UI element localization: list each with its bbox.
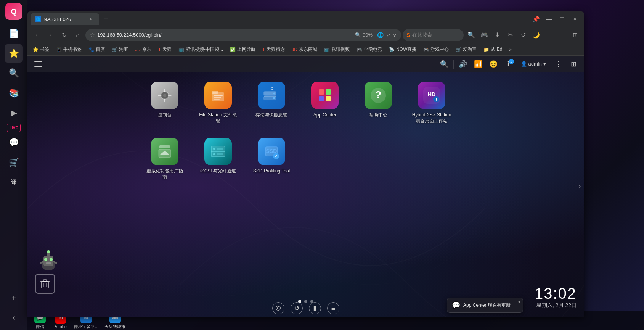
file-station-icon (204, 82, 232, 109)
bookmark-bookmark[interactable]: ⭐ 书签 (30, 45, 52, 53)
bookmark-more[interactable]: » (506, 46, 515, 53)
forward-button[interactable]: › (44, 29, 56, 41)
download-button[interactable]: ⬇ (491, 29, 503, 41)
app-icon-storage-manager[interactable]: IO 存储与快照总管 (249, 79, 294, 127)
nas-search-button[interactable]: 🔍 (438, 58, 450, 70)
cut-group: ✂ ↺ (504, 29, 529, 41)
notification-close-button[interactable]: × (518, 299, 520, 305)
browser-logo-button[interactable]: Q (5, 3, 22, 20)
toolbar-right: 🔍 🎮 ⬇ ✂ ↺ 🌙 + ⋮ ⊞ (465, 29, 581, 41)
bookmark-aitaobao[interactable]: 🛒 爱淘宝 (453, 45, 480, 53)
app-center-label: App Center (313, 112, 337, 118)
app-icon-ssd-profiling[interactable]: SSD ✓ SSD Profiling Tool (249, 135, 294, 183)
reload-button[interactable]: ↻ (58, 29, 70, 41)
nas-info-button[interactable]: ℹ 1 (503, 58, 515, 70)
bookmark-ed[interactable]: 📁 从 Ed (480, 45, 505, 53)
bookmark-game-center[interactable]: 🎮 游戏中心 (420, 45, 452, 53)
cut-button[interactable]: ✂ (504, 29, 516, 41)
nas-layout-button[interactable]: ⊞ (567, 58, 580, 70)
sidebar-collapse-button[interactable]: ‹ (5, 309, 23, 327)
sidebar-live-icon[interactable]: LIVE (7, 124, 21, 132)
trash-button[interactable] (35, 274, 55, 294)
app-icon-file-station[interactable]: File Station 文件总管 (195, 79, 241, 127)
window-settings-button[interactable]: 📌 (530, 13, 542, 25)
svg-text:⬇: ⬇ (435, 97, 438, 101)
bottom-pause-icon[interactable]: ⏸ (309, 302, 321, 314)
bottom-copyright-icon[interactable]: © (272, 302, 284, 314)
bottom-menu-icon[interactable]: ≡ (327, 302, 339, 314)
svg-rect-20 (319, 96, 324, 101)
nas-more-button[interactable]: ⋮ (552, 58, 564, 70)
app-icon-hybriddesk[interactable]: HD ⬇ HybridDesk Station 混合桌面工作站 (409, 79, 454, 127)
bookmark-penguin[interactable]: 🎮 企鹅电竞 (353, 45, 385, 53)
bookmark-taobao[interactable]: 🛒 淘宝 (109, 45, 131, 53)
zoom-in-button[interactable]: + (543, 29, 555, 41)
app-icon-help-center[interactable]: ? 帮助中心 (355, 79, 401, 127)
sidebar-docs-icon[interactable]: 📄 (5, 24, 23, 43)
app-icon-virt-guide[interactable]: 虚拟化功能用户指南 (142, 135, 188, 183)
bookmark-tmall[interactable]: T 天猫 (155, 45, 175, 53)
bookmark-tv[interactable]: 📺 腾讯视频 (321, 45, 353, 53)
bottom-refresh-icon[interactable]: ↺ (291, 302, 303, 314)
topbar-divider (453, 60, 454, 69)
hybriddesk-icon: HD ⬇ (418, 82, 445, 109)
bookmark-jd-mall[interactable]: JD 京东商城 (289, 45, 320, 53)
bookmark-navigation[interactable]: ✅ 上网导航 (227, 45, 259, 53)
app-icon-iscsi[interactable]: iSCSI 与光纤通道 (195, 135, 241, 183)
page-icon: 🌐 (377, 32, 384, 38)
app-icon-app-center[interactable]: App Center (302, 79, 348, 127)
sidebar-add-button[interactable]: + (5, 289, 23, 307)
sidebar-reading-icon[interactable]: 📚 (5, 84, 23, 102)
search-engine-icon: S (406, 32, 410, 38)
new-tab-button[interactable]: + (101, 14, 111, 24)
sidebar-favorites-icon[interactable]: ⭐ (5, 44, 23, 63)
sidebar-chat-icon[interactable]: 💬 (5, 134, 23, 152)
window-close-button[interactable]: × (569, 13, 581, 25)
search-bar[interactable]: S 在此搜索 (403, 29, 464, 41)
undo-button[interactable]: ↺ (517, 29, 529, 41)
share-icon[interactable]: ↗ (386, 32, 390, 38)
address-text: 192.168.50.224:5000/cgi-bin/ (97, 32, 350, 38)
bookmark-baidu[interactable]: 🐾 百度 (85, 45, 108, 53)
next-page-arrow[interactable]: › (578, 181, 581, 192)
svg-point-16 (273, 97, 275, 99)
back-button[interactable]: ‹ (31, 29, 43, 41)
sidebar-search-icon[interactable]: 🔍 (5, 64, 23, 82)
nas-face-button[interactable]: 😊 (487, 58, 499, 70)
home-button[interactable]: ⌂ (72, 29, 84, 41)
expand-icon[interactable]: ∨ (393, 32, 397, 38)
nas-volume-button[interactable]: 🔊 (457, 58, 469, 70)
gamepad-button[interactable]: 🎮 (478, 29, 490, 41)
window-minimize-button[interactable]: — (543, 13, 555, 25)
svg-rect-42 (43, 256, 53, 266)
sidebar-shopping-icon[interactable]: 🛒 (5, 153, 23, 172)
zoom-indicator: 🔍 90% (353, 32, 375, 38)
browser-tab-nas[interactable]: 🌐 NAS3BF026 × (31, 13, 99, 25)
browser-search-button[interactable]: 🔍 (465, 29, 477, 41)
app-center-icon (311, 82, 339, 109)
address-bar[interactable]: ☆ 192.168.50.224:5000/cgi-bin/ 🔍 90% 🌐 ↗… (85, 29, 401, 41)
bookmark-now[interactable]: 📡 NOW直播 (386, 45, 419, 53)
nas-network-button[interactable]: 📶 (472, 58, 484, 70)
clock-time: 13:02 (535, 285, 577, 302)
tab-close-button[interactable]: × (88, 16, 95, 23)
icon-row-1: 控制台 File Stat (142, 79, 470, 127)
night-mode-button[interactable]: 🌙 (530, 29, 542, 41)
more-button[interactable]: ⋮ (556, 29, 568, 41)
svg-rect-18 (319, 89, 324, 95)
browser-window: 🌐 NAS3BF026 × + 📌 — □ × ‹ › ↻ ⌂ ☆ 192.16… (27, 11, 584, 317)
notification-icon: 💬 (452, 301, 460, 309)
bookmark-tmall-select[interactable]: T 天猫精选 (259, 45, 288, 53)
tab-favicon: 🌐 (35, 16, 41, 22)
address-favorite-icon[interactable]: ☆ (90, 32, 95, 38)
bookmark-mobile[interactable]: 📱 手机书签 (53, 45, 85, 53)
nas-user-area[interactable]: 👤 admin ▾ (518, 60, 549, 68)
bookmark-tencent-video[interactable]: 📺 腾讯视频-中国领... (175, 45, 226, 53)
nas-menu-button[interactable] (32, 58, 44, 70)
sidebar-layout-button[interactable]: ⊞ (569, 29, 581, 41)
sidebar-translate-icon[interactable]: 译 (5, 173, 23, 192)
bookmark-jd[interactable]: JD 京东 (132, 45, 154, 53)
window-maximize-button[interactable]: □ (556, 13, 568, 25)
app-icon-control-panel[interactable]: 控制台 (142, 79, 188, 127)
sidebar-media-icon[interactable]: ▶ (5, 104, 23, 122)
